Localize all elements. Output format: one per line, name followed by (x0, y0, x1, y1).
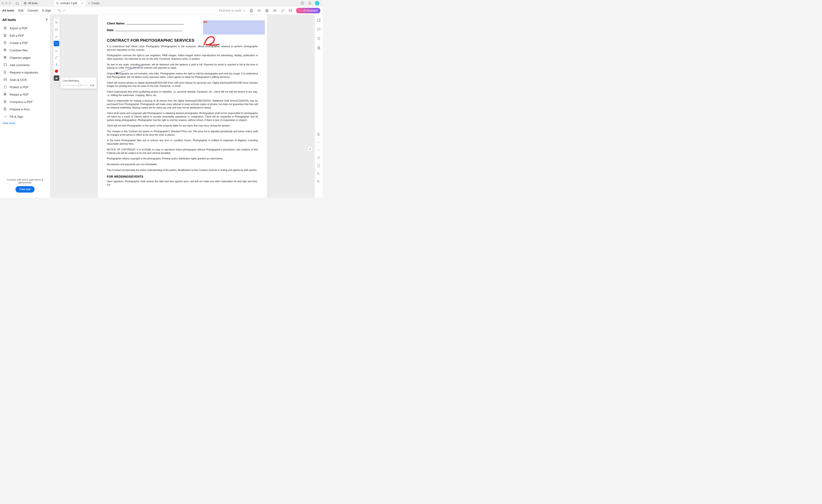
home-button[interactable] (13, 0, 21, 6)
tab-bar: All tools contract 3.pdf × + Create (0, 0, 323, 6)
traffic-light-max[interactable] (9, 2, 11, 4)
tool-export-pdf[interactable]: Export a PDF (2, 24, 48, 32)
tool-redact[interactable]: Redact a PDF (2, 91, 48, 98)
paragraph: Client understands that when publishing … (107, 90, 258, 97)
tool-label: Scan & OCR (10, 78, 27, 82)
tool-scan[interactable]: Scan & OCR (2, 76, 48, 83)
tool-label: Export a PDF (10, 26, 28, 30)
promo-text: Convert, edit and e-sign forms & agreeme… (5, 178, 45, 184)
tool-compress[interactable]: Compress a PDF (2, 98, 48, 105)
field-line (126, 22, 184, 24)
section-title: FOR WEDDINGS/EVENTS (107, 175, 258, 178)
bell-icon[interactable] (308, 1, 312, 6)
thickness-button[interactable] (54, 75, 59, 81)
main-area: All tools × Export a PDF Edit a PDF Crea… (0, 15, 323, 198)
plus-icon: + (88, 2, 90, 5)
mail-icon[interactable] (288, 8, 293, 13)
find-input[interactable]: Find text or tools (219, 9, 246, 12)
print-icon[interactable] (265, 8, 269, 13)
menu-all-tools[interactable]: All tools (2, 9, 14, 12)
paragraph: Client is responsible for making a backu… (107, 99, 258, 109)
page-total-label: 5 (316, 132, 321, 137)
tool-create-pdf[interactable]: Create a PDF (2, 39, 48, 47)
tool-esign[interactable]: Request e-signatures (2, 69, 48, 76)
close-icon[interactable]: × (82, 1, 83, 5)
toolbar-right: Find text or tools AI Assistant (219, 8, 320, 13)
window-controls (1, 2, 11, 4)
top-right-controls (300, 1, 321, 6)
comment-tool[interactable] (54, 27, 59, 32)
signature-annotation[interactable] (201, 33, 221, 49)
tool-combine[interactable]: Combine files (2, 47, 48, 54)
tool-edit-pdf[interactable]: Edit a PDF (2, 32, 48, 39)
close-panel-icon[interactable]: × (46, 18, 48, 22)
menu-convert[interactable]: Convert (28, 9, 38, 12)
link-icon[interactable] (280, 8, 285, 13)
tab-all-tools[interactable]: All tools (21, 0, 54, 6)
menu-esign[interactable]: E-Sign (42, 9, 51, 12)
create-tab-button[interactable]: + Create (86, 0, 102, 6)
arrow-annotation[interactable] (116, 65, 143, 74)
page-indicator[interactable]: 1 (308, 147, 313, 152)
share-icon[interactable] (273, 8, 277, 13)
thickness-slider[interactable] (63, 85, 88, 85)
save-icon[interactable] (249, 8, 254, 13)
page-up-button[interactable] (316, 140, 321, 145)
toolbar-menus: All tools Edit Convert E-Sign (2, 9, 51, 12)
thickness-label: Line thickness (63, 79, 94, 82)
slider-thumb[interactable] (78, 84, 81, 87)
paragraph: Client will receive photos on digital do… (107, 81, 258, 88)
pointer-tool[interactable] (54, 20, 59, 26)
highlight-annotation[interactable] (203, 20, 265, 35)
color-picker[interactable] (54, 68, 59, 74)
draw-tool[interactable] (54, 48, 59, 53)
redact-icon (3, 92, 7, 97)
highlight-strip[interactable] (203, 21, 207, 23)
menu-edit[interactable]: Edit (18, 9, 23, 12)
cloud-icon[interactable] (257, 8, 262, 13)
pages-panel-icon[interactable] (317, 46, 321, 50)
tool-prepare-form[interactable]: Prepare a form (2, 105, 48, 113)
traffic-light-close[interactable] (1, 2, 4, 4)
tab-document[interactable]: contract 3.pdf × (54, 0, 86, 6)
redo-button[interactable] (61, 8, 66, 13)
tool-protect[interactable]: Protect a PDF (2, 83, 48, 91)
left-panel: All tools × Export a PDF Edit a PDF Crea… (0, 15, 50, 198)
field-label: Date: (107, 28, 114, 32)
zoom-out-button[interactable] (316, 171, 321, 176)
page-down-button[interactable] (316, 148, 321, 152)
fit-page-button[interactable] (316, 164, 321, 168)
view-more-link[interactable]: View more (2, 122, 48, 125)
comments-panel-icon[interactable] (317, 27, 321, 32)
avatar[interactable] (315, 1, 320, 6)
pin-tool[interactable] (54, 62, 59, 67)
ai-assistant-button[interactable]: AI Assistant (296, 8, 320, 13)
left-panel-header: All tools × (2, 18, 48, 22)
sparkle-icon (299, 9, 302, 12)
annotation-toolbar[interactable] (53, 17, 60, 82)
panel-toggle-icon[interactable] (317, 18, 321, 23)
svg-rect-34 (318, 165, 320, 167)
grid-icon (24, 2, 26, 5)
rotate-button[interactable] (316, 156, 321, 160)
eraser-tool[interactable] (54, 55, 59, 60)
freeform-tool[interactable] (54, 41, 59, 46)
help-icon[interactable] (300, 1, 305, 6)
svg-rect-25 (4, 79, 7, 80)
zoom-in-button[interactable] (316, 179, 321, 184)
free-trial-button[interactable]: Free trial (15, 186, 35, 193)
highlight-tool[interactable] (54, 34, 59, 39)
drag-grip[interactable] (55, 18, 58, 18)
tool-comments[interactable]: Add comments (2, 61, 48, 69)
svg-rect-31 (317, 19, 320, 22)
pdf-page: Client Name: Date: CONTRACT FOR PHOTOGRA… (98, 15, 267, 198)
tool-fill-sign[interactable]: Fill & Sign (2, 113, 48, 120)
traffic-light-min[interactable] (5, 2, 7, 4)
bookmarks-icon[interactable] (317, 36, 321, 41)
document-viewport[interactable]: Client Name: Date: CONTRACT FOR PHOTOGRA… (50, 15, 314, 198)
tool-organize[interactable]: Organize pages (2, 54, 48, 61)
svg-point-6 (243, 9, 245, 11)
thickness-slider-row: 8 pt (63, 84, 94, 87)
undo-button[interactable] (57, 8, 61, 13)
compress-icon (3, 100, 7, 104)
